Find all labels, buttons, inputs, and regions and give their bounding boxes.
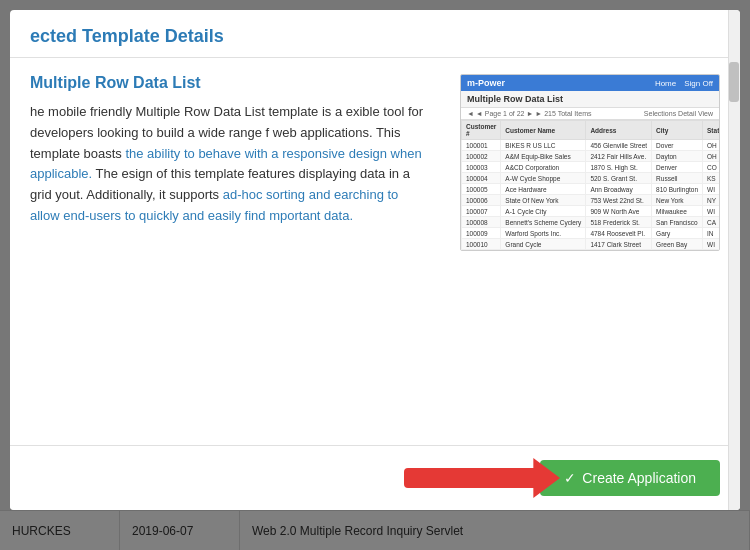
mini-table-cell: 100004 [462,173,501,184]
mini-table-cell: 100002 [462,151,501,162]
mini-col-state: State [703,121,720,140]
modal-footer: ✓ Create Application [10,445,740,510]
mini-table-cell: 100003 [462,162,501,173]
mini-table-cell: 100010 [462,239,501,250]
mini-table-row: 100004A-W Cycle Shoppe520 S. Grant St.Ru… [462,173,721,184]
svg-marker-0 [480,458,560,498]
mini-table-cell: 100009 [462,228,501,239]
mini-table-cell: Milwaukee [652,206,703,217]
mini-table-cell: A&M Equip-Bike Sales [501,151,586,162]
mini-table-header-row: Customer # Customer Name Address City St… [462,121,721,140]
description-section: Multiple Row Data List he mobile friendl… [30,74,440,429]
mini-table-cell: 100005 [462,184,501,195]
preview-section: m-Power Home Sign Off Multiple Row Data … [460,74,720,429]
mini-table-cell: 100008 [462,217,501,228]
mini-table-row: 100007A-1 Cycle City909 W North AveMilwa… [462,206,721,217]
mini-data-table: Customer # Customer Name Address City St… [461,120,720,250]
mini-table-cell: CA [703,217,720,228]
mini-table-row: 100005Ace HardwareAnn Broadway810 Burlin… [462,184,721,195]
mini-table-cell: 100001 [462,140,501,151]
mini-toolbar: ◄ ◄ Page 1 of 22 ► ► 215 Total Items Sel… [461,108,719,120]
mini-table-cell: WI [703,184,720,195]
mini-table-cell: OH [703,151,720,162]
mini-table-cell: Grand Cycle [501,239,586,250]
mini-nav-links: Home Sign Off [655,79,713,88]
mini-table-cell: 456 Glenville Street [586,140,652,151]
mini-table-cell: A&CD Corporation [501,162,586,173]
modal-header: ected Template Details [10,10,740,58]
mini-col-customer-num: Customer # [462,121,501,140]
mini-table-cell: WI [703,239,720,250]
mini-nav-signoff: Sign Off [684,79,713,88]
mini-table-cell: IN [703,228,720,239]
mini-table-cell: 4784 Roosevelt Pl. [586,228,652,239]
mini-table-cell: State Of New York [501,195,586,206]
mini-table-cell: 520 S. Grant St. [586,173,652,184]
mini-table-cell: 810 Burlington [652,184,703,195]
mini-col-customer-name: Customer Name [501,121,586,140]
mini-table-cell: NY [703,195,720,206]
modal-panel: ected Template Details Multiple Row Data… [10,10,740,510]
mini-table-row: 100010Grand Cycle1417 Clark StreetGreen … [462,239,721,250]
modal-scrollbar[interactable] [728,10,740,510]
mini-table-cell: OH [703,140,720,151]
mini-pagination: ◄ ◄ Page 1 of 22 ► ► 215 Total Items [467,110,591,117]
modal-body: Multiple Row Data List he mobile friendl… [10,58,740,445]
mini-table-cell: Dover [652,140,703,151]
mini-table-cell: 1417 Clark Street [586,239,652,250]
mini-table-cell: CO [703,162,720,173]
mini-table-row: 100008Bennett's Scheme Cyclery518 Freder… [462,217,721,228]
mini-table-cell: Dayton [652,151,703,162]
modal-title: ected Template Details [30,26,720,47]
template-name: Multiple Row Data List [30,74,430,92]
mini-toolbar-right: Selections Detail View [644,110,713,117]
mini-table-row: 100002A&M Equip-Bike Sales2412 Fair Hill… [462,151,721,162]
mini-table-row: 100003A&CD Corporation1870 S. High St.De… [462,162,721,173]
template-description: he mobile friendly Multiple Row Data Lis… [30,102,430,227]
mini-col-city: City [652,121,703,140]
mini-table-row: 100009Warford Sports Inc.4784 Roosevelt … [462,228,721,239]
mini-header: m-Power Home Sign Off [461,75,719,91]
mini-table-row: 100001BIKES R US LLC456 Glenville Street… [462,140,721,151]
scrollbar-thumb [729,62,739,102]
mini-table-cell: Ace Hardware [501,184,586,195]
mini-table-cell: WI [703,206,720,217]
red-arrow-icon [480,448,560,508]
mini-table-cell: 909 W North Ave [586,206,652,217]
mini-table-cell: A-1 Cycle City [501,206,586,217]
create-button-label: Create Application [582,470,696,486]
mini-preview: m-Power Home Sign Off Multiple Row Data … [460,74,720,251]
mini-app-logo: m-Power [467,78,505,88]
mini-list-title: Multiple Row Data List [461,91,719,108]
mini-table-cell: BIKES R US LLC [501,140,586,151]
mini-nav-home: Home [655,79,676,88]
create-application-button[interactable]: ✓ Create Application [540,460,720,496]
mini-table-cell: KS [703,173,720,184]
modal-overlay: ected Template Details Multiple Row Data… [0,0,750,550]
mini-table-cell: Denver [652,162,703,173]
mini-table-cell: New York [652,195,703,206]
mini-table-cell: 1870 S. High St. [586,162,652,173]
mini-table-cell: Green Bay [652,239,703,250]
mini-table-cell: Ann Broadway [586,184,652,195]
mini-table-body: 100001BIKES R US LLC456 Glenville Street… [462,140,721,250]
mini-table-cell: 100007 [462,206,501,217]
mini-table-cell: Russell [652,173,703,184]
mini-table-cell: 2412 Fair Hills Ave. [586,151,652,162]
mini-table-cell: Bennett's Scheme Cyclery [501,217,586,228]
mini-table-cell: 753 West 22nd St. [586,195,652,206]
mini-col-address: Address [586,121,652,140]
mini-table-cell: 518 Frederick St. [586,217,652,228]
mini-table-cell: Warford Sports Inc. [501,228,586,239]
mini-table-row: 100006State Of New York753 West 22nd St.… [462,195,721,206]
mini-table-cell: A-W Cycle Shoppe [501,173,586,184]
checkmark-icon: ✓ [564,470,576,486]
mini-table-cell: 100006 [462,195,501,206]
mini-table-cell: San Francisco [652,217,703,228]
mini-table-cell: Gary [652,228,703,239]
